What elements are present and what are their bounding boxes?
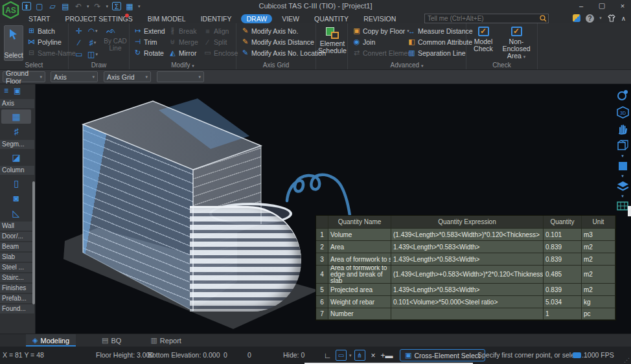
close-button[interactable]: × (617, 2, 628, 10)
sidebar-group-axis[interactable]: Axis (0, 99, 34, 108)
draw-pick-button[interactable]: ◫▾ (86, 49, 100, 60)
non-enclosed-area-button[interactable]: ✓ Non-Enclosed Area ▾ (498, 27, 535, 60)
by-cad-line-button[interactable]: By CAD Line (102, 38, 128, 52)
enclose-button[interactable]: ▭Enclose (202, 47, 239, 58)
draw-rect-button[interactable]: ▭ (73, 49, 86, 60)
model-check-button[interactable]: ✓ Model Check (470, 27, 496, 52)
extend-button[interactable]: ↦Extend (132, 25, 166, 36)
advanced-caret-icon[interactable]: ▾ (421, 63, 424, 68)
resize-grip[interactable]: ⋰ (624, 357, 630, 363)
column-tool[interactable]: ▯ (1, 176, 31, 190)
common-attribute-button[interactable]: ◧Common Attribute (406, 36, 474, 47)
collapse-ribbon-icon[interactable]: ∧ (621, 15, 626, 22)
maximize-button[interactable]: ▢ (596, 1, 608, 10)
view-3d-button[interactable]: 3D (615, 105, 630, 119)
sidebar-group-prefab[interactable]: Prefab... (0, 294, 34, 303)
tab-identify[interactable]: IDENTIFY (196, 14, 237, 23)
layers-button[interactable] (615, 179, 630, 193)
theme-shirt-icon[interactable] (607, 14, 616, 22)
table-row[interactable]: 6 Weight of rebar 0.101<Volume>*50.000<S… (316, 296, 615, 308)
category-select[interactable]: Axis▾ (51, 71, 98, 82)
align-button[interactable]: ≡Align (202, 25, 239, 36)
break-button[interactable]: ∦Break (167, 25, 200, 36)
selection-mode-icon[interactable]: ▭ (336, 350, 347, 361)
sidebar-group-staircase[interactable]: Stairc... (0, 273, 34, 282)
selection-mode-caret-icon[interactable]: ▾ (349, 353, 352, 358)
modify-axis-no-location-button[interactable]: ✎Modify Axis No. Location (240, 47, 327, 58)
canvas-scroll-thumb[interactable] (628, 206, 631, 216)
sidebar-group-slab[interactable]: Slab (0, 253, 34, 262)
element-select[interactable]: Axis Grid▾ (104, 71, 151, 82)
table-row[interactable]: 3 Area of formwork to s... 1.439<Length>… (316, 253, 615, 266)
split-button[interactable]: ∕Split (202, 36, 239, 47)
sidebar-scrollbar[interactable] (32, 181, 35, 304)
tab-bq[interactable]: ▤ BQ (95, 334, 128, 347)
column-shape-tool[interactable]: ◙ (1, 191, 31, 205)
draw-point-button[interactable]: ✛ (73, 25, 86, 37)
join-button[interactable]: ◉Join (351, 36, 415, 47)
ortho-icon[interactable]: ∟ (322, 350, 333, 361)
tab-draw[interactable]: DRAW (241, 14, 272, 23)
sidebar-group-segment[interactable]: Segm... (0, 140, 34, 149)
separation-line-button[interactable]: ▥Separation Line (406, 47, 474, 58)
table-row[interactable]: 7 Number 1 pc (316, 308, 615, 320)
copy-by-floor-button[interactable]: ▣Copy by Floor▾ (351, 25, 415, 36)
sidebar-group-foundation[interactable]: Found... (0, 304, 34, 313)
help-icon[interactable]: ? (586, 14, 594, 23)
segment-tool[interactable]: ◪ (1, 150, 31, 165)
sidebar-group-steel[interactable]: Steel ... (0, 263, 34, 272)
model-viewport[interactable]: Quantity Name Quantity Expression Quanti… (36, 84, 631, 334)
merge-button[interactable]: ⊎Merge (167, 36, 200, 47)
select-button[interactable]: Select (4, 25, 23, 61)
floor-select[interactable]: Ground Floor▾ (3, 71, 45, 82)
mirror-button[interactable]: ◭Mirror (167, 47, 200, 58)
clear-selection-icon[interactable]: × (368, 350, 379, 361)
sidebar-group-door[interactable]: Door/... (0, 232, 34, 241)
column-wedge-tool[interactable]: ◺ (1, 206, 31, 220)
draw-axis-button[interactable]: ♯▾ (86, 37, 100, 49)
feedback-icon[interactable] (573, 14, 580, 22)
fit-view-button[interactable] (615, 159, 630, 173)
tab-quantity[interactable]: QUANTITY (309, 14, 354, 23)
modify-axis-no-button[interactable]: ✎Modify Axis No. (240, 25, 327, 36)
tab-bim-model[interactable]: BIM MODEL (143, 14, 191, 23)
viewbar-caret-icon[interactable]: ▾ (621, 154, 624, 157)
zoom-extents-button[interactable] (615, 139, 630, 153)
grid-caret-icon[interactable]: ▾ (621, 194, 624, 198)
secondary-axis-tool[interactable]: ♯ (1, 124, 31, 139)
layers-caret-icon[interactable]: ▾ (621, 174, 624, 177)
add-layer-icon[interactable]: +▬ (382, 350, 393, 361)
table-row[interactable]: 4 Area of formwork to edge and break of … (316, 266, 615, 284)
orbit-view-button[interactable] (615, 88, 630, 102)
search-input[interactable] (424, 14, 549, 23)
search-icon[interactable] (540, 15, 547, 22)
table-row[interactable]: 5 Projected area 1.439<Length>*0.583<Wid… (316, 284, 615, 296)
trim-button[interactable]: ⊣Trim (132, 36, 166, 47)
sidebar-group-column[interactable]: Column (0, 166, 34, 175)
tab-start[interactable]: START (23, 14, 55, 23)
tab-modeling[interactable]: ◈ Modeling (26, 334, 76, 347)
sidebar-group-beam[interactable]: Beam (0, 242, 34, 251)
pan-button[interactable] (615, 122, 630, 136)
sidebar-group-wall[interactable]: Wall (0, 222, 34, 231)
table-row[interactable]: 2 Area 1.439<Length>*0.583<Width> 0.839 … (316, 241, 615, 253)
table-row[interactable]: 1 Volume (1.439<Length>*0.583<Width>)*0.… (316, 229, 615, 241)
minimize-button[interactable]: – (575, 2, 587, 10)
tab-view[interactable]: VIEW (277, 14, 304, 23)
element-schedule-button[interactable]: Element Schedule (318, 27, 347, 54)
measure-distance-button[interactable]: ↔Measure Distance (406, 25, 474, 36)
list-view-icon[interactable]: ≡ (4, 86, 8, 95)
modify-caret-icon[interactable]: ▾ (192, 63, 194, 68)
element-link-icon[interactable]: ⋔ (354, 350, 365, 361)
tab-revision[interactable]: REVISION (358, 14, 401, 23)
extra-select[interactable]: ▾ (157, 71, 204, 82)
draw-line-button[interactable]: ∕ (73, 37, 86, 49)
draw-node-line-icon[interactable]: ᨒ (106, 26, 116, 35)
tab-report[interactable]: ▥ Report (144, 334, 187, 347)
axis-grid-tool[interactable]: ▦ (1, 109, 31, 124)
rotate-button[interactable]: ↻Rotate (132, 47, 166, 58)
draw-arc-button[interactable]: ◠▾ (86, 25, 100, 37)
help-caret-icon[interactable]: ▾ (599, 16, 602, 21)
convert-element-button[interactable]: ⇄Convert Element (351, 47, 415, 58)
tab-project-settings[interactable]: PROJECT SETTINGS (60, 14, 137, 23)
